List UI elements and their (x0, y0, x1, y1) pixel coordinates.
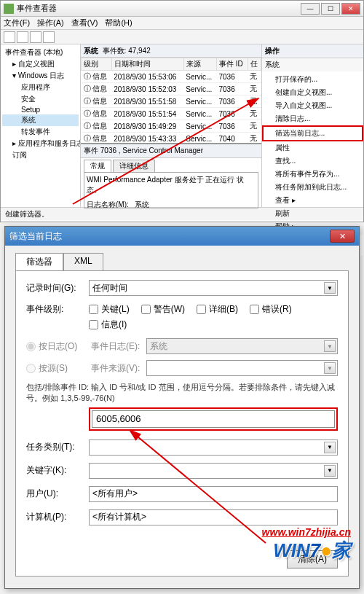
chk-critical[interactable]: 关键(L) (89, 303, 130, 316)
titlebar: 事件查看器 — ☐ ✕ (1, 1, 363, 17)
tree-setup[interactable]: Setup (2, 105, 79, 114)
tree-forwarded[interactable]: 转发事件 (2, 126, 79, 138)
logged-combo[interactable]: 任何时间 ▼ (89, 280, 338, 296)
tree-security[interactable]: 安全 (2, 93, 79, 105)
actions-group-system: 系统 (262, 58, 363, 71)
detail-pane: 事件 7036 , Service Control Manager 常规 详细信… (81, 143, 261, 207)
task-combo[interactable]: ▼ (89, 439, 338, 456)
event-id-input[interactable] (92, 410, 335, 428)
toolbar-back-button[interactable] (4, 31, 15, 43)
table-row[interactable]: ⓘ 信息2018/9/30 15:53:06Servic...7036无 (82, 71, 261, 83)
tree-custom-views[interactable]: ▸ 自定义视图 (2, 58, 79, 70)
action-properties[interactable]: 属性 (262, 141, 363, 155)
event-table[interactable]: 级别 日期和时间 来源 事件 ID 任 ⓘ 信息2018/9/30 15:53:… (81, 58, 261, 143)
by-log-label: 按日志(O) (39, 340, 91, 353)
user-field[interactable]: <所有用户> (89, 486, 338, 502)
detail-tab-general[interactable]: 常规 (84, 160, 111, 172)
by-source-label: 按源(S) (39, 362, 91, 375)
chevron-down-icon: ▼ (324, 442, 336, 453)
chk-info[interactable]: 信息(I) (89, 319, 127, 331)
tree-root[interactable]: 事件查看器 (本地) (2, 47, 79, 58)
col-datetime[interactable]: 日期和时间 (111, 58, 183, 71)
col-task[interactable]: 任 (248, 58, 261, 71)
tab-xml[interactable]: XML (63, 253, 103, 270)
event-logs-combo: 系统 ▼ (146, 338, 338, 354)
col-source[interactable]: 来源 (183, 58, 216, 71)
menu-help[interactable]: 帮助(H) (105, 17, 132, 28)
table-row[interactable]: ⓘ 信息2018/9/30 15:51:54Servic...7036无 (82, 108, 261, 120)
event-count-label: 事件数: (103, 46, 127, 56)
action-create-custom[interactable]: 创建自定义视图... (262, 86, 363, 99)
window-title: 事件查看器 (17, 3, 57, 14)
computer-label: 计算机(P): (26, 511, 89, 523)
computer-field[interactable]: <所有计算机> (89, 509, 338, 525)
level-label: 事件级别: (26, 303, 89, 316)
id-description: 包括/排除事件 ID: 输入 ID 号和/或 ID 范围，使用逗号分隔。若要排除… (26, 382, 338, 405)
detail-header: 事件 7036 , Service Control Manager (81, 144, 261, 158)
chevron-down-icon: ▼ (324, 340, 336, 352)
chk-verbose[interactable]: 详细(B) (197, 303, 238, 316)
close-button[interactable]: ✕ (341, 3, 360, 15)
radio-by-source (26, 364, 36, 373)
logname-value: 系统 (135, 200, 149, 208)
event-logs-value: 系统 (150, 340, 167, 353)
event-logs-label: 事件日志(E): (91, 340, 146, 353)
keywords-combo[interactable]: ▼ (89, 463, 338, 479)
table-row[interactable]: ⓘ 信息2018/9/30 15:43:33Servic...7040无 (82, 133, 261, 144)
event-count: 47,942 (128, 47, 151, 55)
chk-error[interactable]: 错误(R) (250, 303, 292, 316)
clear-button[interactable]: 清除(A) (287, 550, 338, 568)
col-id[interactable]: 事件 ID (216, 58, 248, 71)
action-import-custom[interactable]: 导入自定义视图... (262, 99, 363, 112)
maximize-button[interactable]: ☐ (321, 3, 340, 15)
event-sources-label: 事件来源(V): (91, 362, 146, 375)
logged-value: 任何时间 (92, 282, 127, 294)
task-label: 任务类别(T): (26, 441, 89, 453)
action-find[interactable]: 查找... (262, 155, 363, 168)
toolbar-refresh-button[interactable] (30, 31, 41, 43)
actions-pane: 操作 系统 打开保存的... 创建自定义视图... 导入自定义视图... 清除日… (261, 44, 363, 207)
menu-action[interactable]: 操作(A) (37, 17, 64, 28)
action-open-saved[interactable]: 打开保存的... (262, 73, 363, 86)
id-input-highlight (89, 407, 338, 431)
tree-app-service-logs[interactable]: ▸ 应用程序和服务日志 (2, 138, 79, 149)
filter-dialog: 筛选当前日志 ✕ 筛选器 XML 记录时间(G): 任何时间 ▼ 事件级别: (4, 226, 360, 589)
action-view[interactable]: 查看 ▸ (262, 194, 363, 207)
action-save-all[interactable]: 将所有事件另存为... (262, 168, 363, 181)
tree-application[interactable]: 应用程序 (2, 82, 79, 93)
chevron-down-icon: ▼ (324, 282, 336, 294)
table-row[interactable]: ⓘ 信息2018/9/30 15:52:03Servic...7036无 (82, 83, 261, 95)
radio-by-log (26, 342, 36, 351)
tree-windows-logs[interactable]: ▾ Windows 日志 (2, 70, 79, 82)
action-refresh[interactable]: 刷新 (262, 207, 363, 220)
tree-system[interactable]: 系统 (2, 114, 79, 126)
user-label: 用户(U): (26, 488, 89, 500)
keywords-label: 关键字(K): (26, 464, 89, 477)
action-attach-task[interactable]: 将任务附加到此日志... (262, 181, 363, 194)
table-row[interactable]: ⓘ 信息2018/9/30 15:49:29Servic...7036无 (82, 120, 261, 133)
chevron-down-icon: ▼ (324, 362, 336, 374)
menu-file[interactable]: 文件(F) (4, 17, 30, 28)
menu-view[interactable]: 查看(V) (71, 17, 98, 28)
detail-tab-details[interactable]: 详细信息 (113, 160, 155, 172)
dialog-close-button[interactable]: ✕ (330, 230, 355, 243)
action-filter-current-log[interactable]: 筛选当前日志... (262, 125, 363, 141)
logname-label: 日志名称(M): (87, 200, 129, 208)
event-sources-combo[interactable]: ▼ (146, 360, 338, 376)
tree-subscriptions[interactable]: 订阅 (2, 149, 79, 161)
app-icon (4, 4, 14, 14)
toolbar-help-button[interactable] (43, 31, 55, 43)
col-level[interactable]: 级别 (82, 58, 112, 71)
dialog-titlebar: 筛选当前日志 ✕ (5, 227, 359, 246)
dialog-title: 筛选当前日志 (9, 230, 62, 243)
nav-tree: 事件查看器 (本地) ▸ 自定义视图 ▾ Windows 日志 应用程序 安全 … (1, 44, 81, 207)
chk-warning[interactable]: 警告(W) (141, 303, 185, 316)
toolbar-forward-button[interactable] (17, 31, 28, 43)
table-row[interactable]: ⓘ 信息2018/9/30 15:51:58Servic...7036无 (82, 95, 261, 108)
tab-filter[interactable]: 筛选器 (15, 253, 63, 270)
detail-message: WMI Performance Adapter 服务处于 正在运行 状态。 (87, 175, 256, 195)
minimize-button[interactable]: — (301, 3, 320, 15)
action-clear-log[interactable]: 清除日志... (262, 112, 363, 125)
toolbar (1, 30, 363, 44)
actions-header: 操作 (262, 44, 363, 58)
